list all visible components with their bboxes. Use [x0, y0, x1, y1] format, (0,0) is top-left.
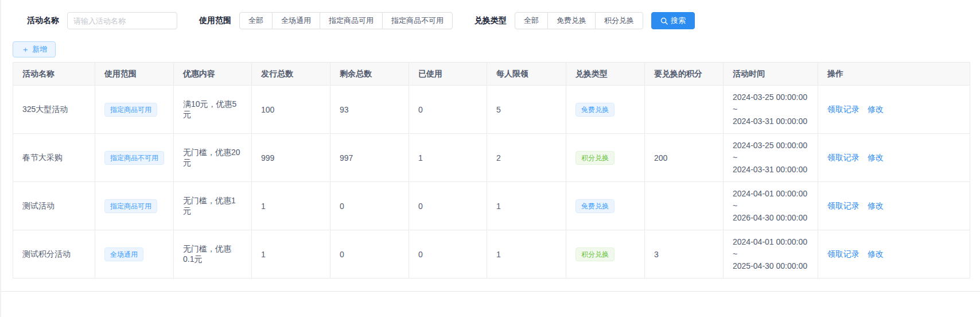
table-row: 测试积分活动 全场通用 无门槛，优惠0.1元 1 0 0 1 积分兑换 3 20… — [13, 230, 970, 279]
content-bottom-divider — [1, 291, 980, 292]
time-end: 2024-03-31 00:00:00 — [733, 164, 808, 176]
remaining-value: 0 — [340, 202, 344, 211]
time-separator: ~ — [733, 248, 808, 260]
used-value: 0 — [418, 202, 423, 211]
limit-per-person-value: 1 — [496, 250, 501, 259]
column-header-exchange-type: 兑换类型 — [566, 63, 645, 86]
activity-table-container: 活动名称 使用范围 优惠内容 发行总数 剩余总数 已使用 每人限领 兑换类型 要… — [13, 62, 969, 279]
usage-scope-option-universal[interactable]: 全场通用 — [272, 12, 320, 29]
usage-scope-tag: 指定商品可用 — [104, 103, 157, 117]
usage-scope-label: 使用范围 — [199, 16, 231, 26]
exchange-type-option-points[interactable]: 积分兑换 — [595, 12, 643, 29]
cell-total-issued: 100 — [252, 86, 330, 134]
add-button[interactable]: ＋ 新增 — [13, 41, 56, 57]
search-button[interactable]: 搜索 — [651, 12, 695, 29]
edit-link[interactable]: 修改 — [868, 105, 884, 114]
cell-limit-per-person: 1 — [487, 230, 566, 279]
discount-text: 无门槛，优惠20元 — [183, 148, 240, 167]
cell-exchange-type: 免费兑换 — [566, 182, 645, 230]
usage-scope-tag: 指定商品不可用 — [104, 151, 164, 165]
view-records-link[interactable]: 领取记录 — [827, 201, 860, 210]
cell-operations: 领取记录 修改 — [818, 230, 970, 279]
time-end: 2026-04-30 00:00:00 — [733, 212, 808, 224]
cell-limit-per-person: 5 — [487, 86, 566, 134]
exchange-type-label: 兑换类型 — [475, 16, 507, 26]
time-separator: ~ — [733, 152, 808, 164]
table-body: 325大型活动 指定商品可用 满10元，优惠5元 100 93 0 5 免费兑换… — [13, 86, 970, 279]
table-row: 测试活动 指定商品可用 无门槛，优惠1元 1 0 0 1 免费兑换 2024-0… — [13, 182, 970, 230]
activity-name-input[interactable] — [67, 12, 177, 29]
cell-activity-time: 2024-04-01 00:00:00 ~ 2026-04-30 00:00:0… — [724, 182, 818, 230]
activity-name-text: 测试活动 — [22, 201, 55, 210]
used-value: 0 — [418, 105, 423, 114]
used-value: 0 — [418, 250, 423, 259]
usage-scope-option-specified-ok[interactable]: 指定商品可用 — [320, 12, 383, 29]
edit-link[interactable]: 修改 — [868, 201, 884, 210]
cell-activity-name: 测试积分活动 — [13, 230, 95, 279]
used-value: 1 — [418, 153, 423, 163]
time-start: 2024-04-01 00:00:00 — [733, 188, 808, 200]
usage-scope-option-specified-no[interactable]: 指定商品不可用 — [382, 12, 453, 29]
add-button-label: 新增 — [32, 44, 47, 55]
table-row: 春节大采购 指定商品不可用 无门槛，优惠20元 999 997 1 2 积分兑换… — [13, 134, 970, 182]
usage-scope-option-all[interactable]: 全部 — [239, 12, 273, 29]
time-start: 2024-03-25 00:00:00 — [733, 140, 808, 152]
coupon-activity-page: 活动名称 使用范围 全部 全场通用 指定商品可用 指定商品不可用 兑换类型 全部… — [0, 0, 980, 317]
total-issued-value: 100 — [261, 105, 274, 114]
exchange-type-option-all[interactable]: 全部 — [515, 12, 548, 29]
view-records-link[interactable]: 领取记录 — [827, 105, 860, 114]
activity-table: 活动名称 使用范围 优惠内容 发行总数 剩余总数 已使用 每人限领 兑换类型 要… — [13, 62, 970, 279]
remaining-value: 93 — [340, 105, 349, 114]
remaining-value: 997 — [340, 153, 353, 163]
usage-scope-tag: 指定商品可用 — [104, 199, 157, 213]
column-header-remaining: 剩余总数 — [330, 63, 409, 86]
total-issued-value: 1 — [261, 250, 266, 259]
limit-per-person-value: 5 — [496, 105, 501, 114]
cell-remaining: 0 — [330, 230, 409, 279]
cell-limit-per-person: 2 — [487, 134, 566, 182]
exchange-type-option-free[interactable]: 免费兑换 — [547, 12, 596, 29]
filter-bar: 活动名称 使用范围 全部 全场通用 指定商品可用 指定商品不可用 兑换类型 全部… — [1, 0, 980, 30]
points-needed-value: 200 — [654, 153, 667, 163]
time-start: 2024-03-25 00:00:00 — [733, 91, 808, 103]
exchange-type-tag: 免费兑换 — [575, 199, 615, 213]
column-header-total-issued: 发行总数 — [252, 63, 330, 86]
cell-activity-time: 2024-03-25 00:00:00 ~ 2024-03-31 00:00:0… — [724, 134, 818, 182]
column-header-activity-name: 活动名称 — [13, 63, 95, 86]
edit-link[interactable]: 修改 — [868, 153, 884, 162]
exchange-type-button-group: 全部 免费兑换 积分兑换 — [515, 12, 643, 29]
toolbar: ＋ 新增 — [1, 30, 980, 57]
edit-link[interactable]: 修改 — [868, 249, 884, 258]
cell-exchange-type: 积分兑换 — [566, 134, 645, 182]
column-header-usage-scope: 使用范围 — [95, 63, 174, 86]
cell-remaining: 93 — [330, 86, 409, 134]
cell-discount: 无门槛，优惠1元 — [174, 182, 252, 230]
time-end: 2024-03-31 00:00:00 — [733, 115, 808, 127]
cell-points-needed: 200 — [645, 134, 724, 182]
exchange-type-tag: 免费兑换 — [575, 103, 615, 117]
exchange-type-tag: 积分兑换 — [575, 248, 615, 261]
search-icon — [660, 17, 668, 25]
time-start: 2024-04-01 00:00:00 — [733, 236, 808, 248]
cell-operations: 领取记录 修改 — [818, 86, 970, 134]
cell-activity-name: 测试活动 — [13, 182, 95, 230]
cell-used: 0 — [409, 86, 487, 134]
view-records-link[interactable]: 领取记录 — [827, 153, 860, 162]
cell-remaining: 0 — [330, 182, 409, 230]
cell-usage-scope: 全场通用 — [95, 230, 174, 279]
cell-total-issued: 1 — [252, 230, 330, 279]
discount-text: 无门槛，优惠0.1元 — [183, 244, 231, 264]
limit-per-person-value: 2 — [496, 153, 501, 163]
cell-points-needed — [645, 182, 724, 230]
discount-text: 满10元，优惠5元 — [183, 99, 236, 119]
cell-discount: 满10元，优惠5元 — [174, 86, 252, 134]
cell-remaining: 997 — [330, 134, 409, 182]
column-header-points-needed: 要兑换的积分 — [645, 63, 724, 86]
cell-limit-per-person: 1 — [487, 182, 566, 230]
cell-usage-scope: 指定商品可用 — [95, 86, 174, 134]
cell-exchange-type: 免费兑换 — [566, 86, 645, 134]
view-records-link[interactable]: 领取记录 — [827, 249, 860, 258]
activity-name-text: 春节大采购 — [22, 153, 63, 162]
time-separator: ~ — [733, 103, 808, 115]
cell-discount: 无门槛，优惠0.1元 — [174, 230, 252, 279]
